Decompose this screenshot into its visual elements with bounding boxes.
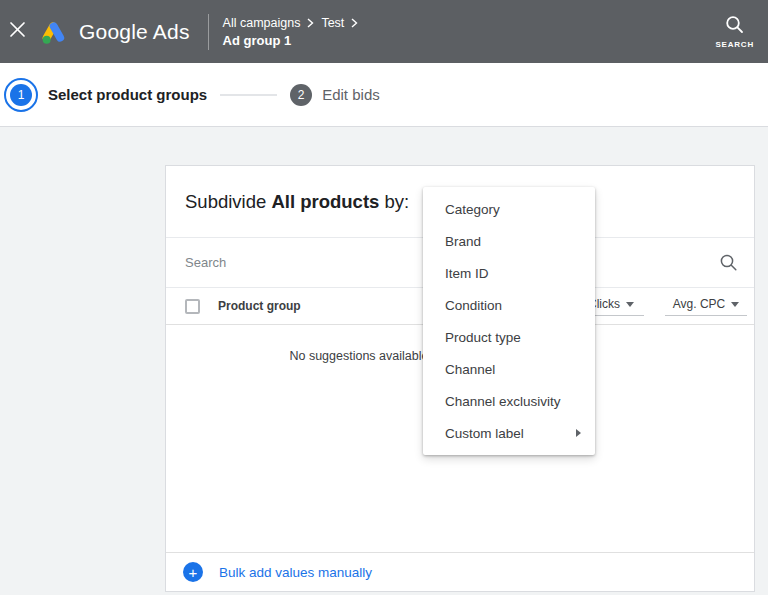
progress-stepper: 1 Select product groups 2 Edit bids (0, 63, 768, 127)
step-1-indicator: 1 (4, 78, 38, 112)
menu-item-label: Channel exclusivity (445, 394, 561, 409)
search-icon[interactable] (719, 253, 738, 272)
close-button[interactable] (0, 0, 34, 63)
menu-item-channel[interactable]: Channel (423, 353, 595, 385)
search-caption: SEARCH (715, 40, 754, 49)
step-2-number: 2 (290, 84, 312, 106)
chevron-right-icon (351, 18, 358, 28)
bulk-add-row[interactable]: + Bulk add values manually (166, 552, 754, 591)
breadcrumb-campaign[interactable]: Test (321, 16, 344, 30)
subdivide-by-menu: Category Brand Item ID Condition Product… (423, 187, 595, 455)
step-2-label: Edit bids (322, 86, 380, 103)
step-1-number: 1 (10, 84, 32, 106)
app-header: Google Ads All campaigns Test Ad group 1… (0, 0, 768, 63)
menu-item-label: Category (445, 202, 500, 217)
menu-item-item-id[interactable]: Item ID (423, 257, 595, 289)
product-wordmark: Google Ads (79, 20, 190, 44)
chevron-down-icon (626, 302, 634, 307)
card-title: Subdivide All products by: (185, 191, 409, 213)
submenu-arrow-icon (576, 429, 581, 437)
chevron-right-icon (307, 18, 314, 28)
close-icon (9, 21, 26, 42)
title-prefix: Subdivide (185, 191, 266, 212)
menu-item-label: Item ID (445, 266, 489, 281)
menu-item-channel-exclusivity[interactable]: Channel exclusivity (423, 385, 595, 417)
menu-item-label: Channel (445, 362, 495, 377)
bulk-add-label: Bulk add values manually (219, 565, 372, 580)
title-suffix: by: (384, 191, 409, 212)
menu-item-label: Custom label (445, 426, 524, 441)
title-subject: All products (271, 191, 379, 212)
menu-item-label: Product type (445, 330, 521, 345)
breadcrumb-current-adgroup: Ad group 1 (223, 33, 359, 48)
column-avg-cpc-label: Avg. CPC (673, 297, 725, 311)
menu-item-label: Brand (445, 234, 481, 249)
menu-item-condition[interactable]: Condition (423, 289, 595, 321)
menu-item-category[interactable]: Category (423, 193, 595, 225)
header-divider (208, 14, 209, 50)
menu-item-product-type[interactable]: Product type (423, 321, 595, 353)
step-1-label: Select product groups (48, 86, 207, 103)
breadcrumb-all-campaigns[interactable]: All campaigns (223, 16, 301, 30)
column-avg-cpc[interactable]: Avg. CPC (665, 297, 747, 316)
menu-item-custom-label[interactable]: Custom label (423, 417, 595, 449)
search-icon (724, 14, 745, 39)
plus-icon: + (183, 562, 203, 582)
menu-item-label: Condition (445, 298, 502, 313)
column-product-group: Product group (218, 299, 301, 313)
google-ads-logo-icon (40, 19, 68, 45)
stepper-connector (220, 94, 277, 96)
select-all-checkbox[interactable] (185, 299, 200, 314)
chevron-down-icon (731, 302, 739, 307)
menu-item-brand[interactable]: Brand (423, 225, 595, 257)
breadcrumb: All campaigns Test Ad group 1 (223, 16, 359, 48)
header-search-button[interactable]: SEARCH (715, 14, 754, 49)
